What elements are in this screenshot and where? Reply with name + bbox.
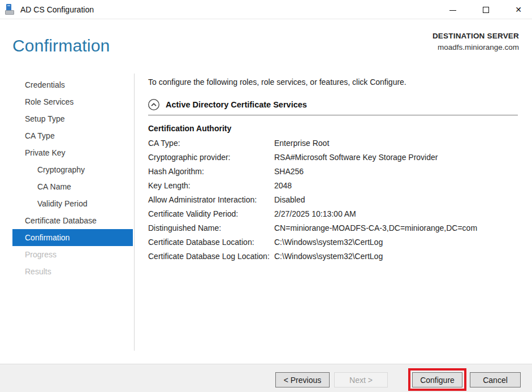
detail-label: Cryptographic provider: bbox=[148, 152, 274, 163]
detail-value: RSA#Microsoft Software Key Storage Provi… bbox=[274, 152, 521, 163]
detail-value: Disabled bbox=[274, 194, 521, 205]
configure-button[interactable]: Configure bbox=[412, 372, 462, 387]
detail-row-distinguished-name: Distinguished Name: CN=miniorange-MOADFS… bbox=[148, 222, 521, 234]
sidebar-item-results: Results bbox=[12, 263, 133, 280]
sidebar-item-role-services[interactable]: Role Services bbox=[12, 93, 133, 110]
wizard-step-list: Credentials Role Services Setup Type CA … bbox=[12, 76, 133, 280]
next-button: Next > bbox=[334, 372, 388, 387]
detail-row-key-length: Key Length: 2048 bbox=[148, 180, 521, 191]
sidebar-divider bbox=[134, 74, 135, 351]
detail-value: 2048 bbox=[274, 180, 521, 191]
destination-server-label: DESTINATION SERVER bbox=[432, 32, 519, 40]
sidebar-item-certificate-database[interactable]: Certificate Database bbox=[12, 212, 133, 229]
detail-row-database-location: Certificate Database Location: C:\Window… bbox=[148, 236, 521, 248]
maximize-icon bbox=[483, 7, 489, 13]
detail-label: Certificate Database Location: bbox=[148, 236, 274, 248]
detail-value: C:\Windows\system32\CertLog bbox=[274, 251, 521, 262]
sidebar-item-credentials[interactable]: Credentials bbox=[12, 76, 133, 93]
detail-row-database-log-location: Certificate Database Log Location: C:\Wi… bbox=[148, 251, 521, 262]
close-icon: ✕ bbox=[515, 5, 522, 14]
destination-server-block: DESTINATION SERVER moadfs.miniorange.com bbox=[432, 32, 519, 51]
detail-row-validity-period: Certificate Validity Period: 2/27/2025 1… bbox=[148, 208, 521, 219]
sidebar-item-cryptography[interactable]: Cryptography bbox=[12, 161, 133, 178]
close-button[interactable]: ✕ bbox=[507, 0, 530, 19]
detail-row-admin-interaction: Allow Administrator Interaction: Disable… bbox=[148, 194, 521, 205]
section-header[interactable]: Active Directory Certificate Services bbox=[148, 98, 307, 111]
group-heading: Certification Authority bbox=[148, 124, 231, 133]
detail-row-cryptographic-provider: Cryptographic provider: RSA#Microsoft So… bbox=[148, 152, 521, 163]
detail-value: 2/27/2025 10:13:00 AM bbox=[274, 208, 521, 219]
cancel-button[interactable]: Cancel bbox=[470, 372, 521, 387]
detail-label: Distinguished Name: bbox=[148, 222, 274, 234]
collapse-chevron-up-icon[interactable] bbox=[148, 98, 160, 111]
window-title: AD CS Configuration bbox=[20, 0, 94, 19]
detail-label: Hash Algorithm: bbox=[148, 166, 274, 177]
sidebar-item-validity-period[interactable]: Validity Period bbox=[12, 195, 133, 212]
sidebar-item-confirmation[interactable]: Confirmation bbox=[12, 229, 133, 246]
detail-label: Allow Administrator Interaction: bbox=[148, 194, 274, 205]
previous-button[interactable]: < Previous bbox=[275, 372, 330, 387]
detail-value: C:\Windows\system32\CertLog bbox=[274, 236, 521, 248]
sidebar-item-ca-name[interactable]: CA Name bbox=[12, 178, 133, 195]
section-rule bbox=[148, 115, 518, 115]
detail-value: CN=miniorange-MOADFS-CA-3,DC=miniorange,… bbox=[274, 222, 521, 234]
detail-row-hash-algorithm: Hash Algorithm: SHA256 bbox=[148, 166, 521, 177]
detail-label: Certificate Database Log Location: bbox=[148, 251, 274, 262]
adcs-configuration-window: AD CS Configuration ✕ Confirmation DESTI… bbox=[0, 0, 532, 392]
maximize-button[interactable] bbox=[474, 0, 497, 19]
server-manager-icon bbox=[5, 4, 18, 15]
detail-label: CA Type: bbox=[148, 137, 274, 149]
sidebar-item-setup-type[interactable]: Setup Type bbox=[12, 110, 133, 127]
sidebar-item-progress: Progress bbox=[12, 246, 133, 263]
server-keyboard-shape bbox=[5, 10, 14, 15]
page-title: Confirmation bbox=[12, 36, 110, 55]
sidebar-item-ca-type[interactable]: CA Type bbox=[12, 127, 133, 144]
detail-label: Certificate Validity Period: bbox=[148, 208, 274, 219]
detail-row-ca-type: CA Type: Enterprise Root bbox=[148, 137, 521, 149]
minimize-icon bbox=[449, 10, 456, 11]
destination-server-name: moadfs.miniorange.com bbox=[432, 43, 519, 51]
detail-label: Key Length: bbox=[148, 180, 274, 191]
minimize-button[interactable] bbox=[442, 0, 464, 19]
sidebar-item-private-key[interactable]: Private Key bbox=[12, 144, 133, 161]
detail-value: Enterprise Root bbox=[274, 137, 521, 149]
detail-value: SHA256 bbox=[274, 166, 521, 177]
intro-text: To configure the following roles, role s… bbox=[148, 77, 406, 87]
confirmation-details: CA Type: Enterprise Root Cryptographic p… bbox=[148, 137, 521, 265]
section-title: Active Directory Certificate Services bbox=[166, 100, 307, 109]
title-bar: AD CS Configuration ✕ bbox=[0, 0, 532, 19]
